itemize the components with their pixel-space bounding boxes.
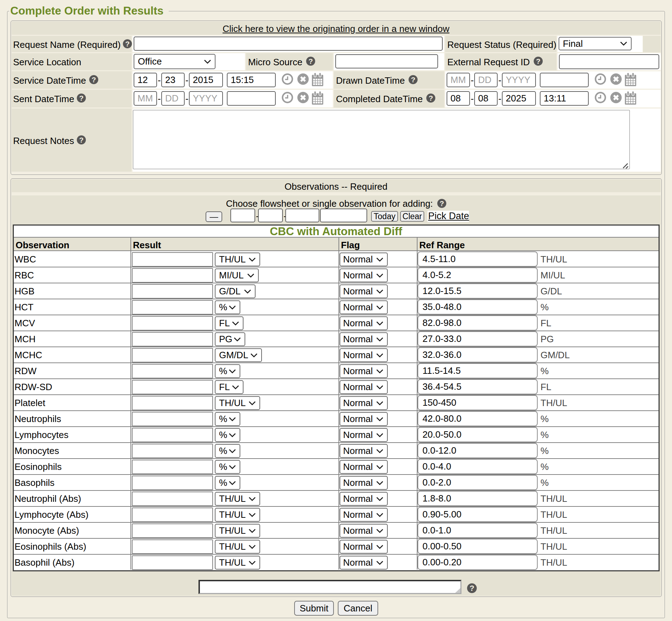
- svg-text:?: ?: [536, 57, 541, 65]
- svg-text:?: ?: [125, 40, 130, 48]
- svg-text:?: ?: [79, 136, 84, 144]
- svg-text:?: ?: [91, 76, 96, 84]
- svg-text:?: ?: [79, 94, 84, 102]
- svg-text:?: ?: [439, 199, 444, 207]
- svg-text:?: ?: [411, 76, 415, 84]
- svg-text:?: ?: [429, 94, 433, 102]
- svg-text:?: ?: [308, 57, 313, 65]
- svg-text:?: ?: [470, 584, 475, 593]
